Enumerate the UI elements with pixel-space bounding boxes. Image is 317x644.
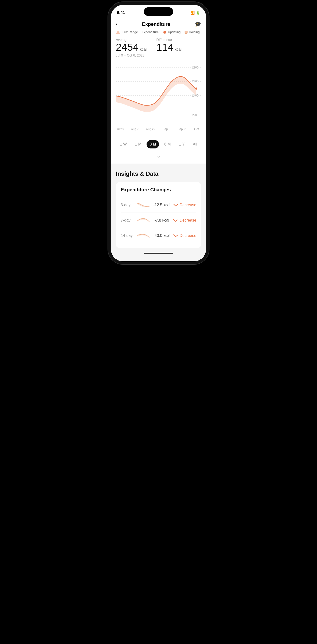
average-label: Average — [116, 38, 146, 42]
expand-chevron[interactable]: ⌄ — [111, 151, 206, 164]
expenditure-label: Expenditure: — [142, 30, 160, 34]
x-label-4: Sep 6 — [163, 128, 170, 131]
page-title: Expenditure — [142, 22, 170, 27]
status-icons: 📶 🔋 — [190, 11, 200, 15]
chart-x-labels: Jul 23 Aug 7 Aug 22 Sep 6 Sep 21 Oct 6 — [116, 126, 201, 131]
svg-text:2200: 2200 — [192, 114, 198, 116]
tab-6m[interactable]: 6 M — [161, 140, 174, 148]
x-label-2: Aug 7 — [131, 128, 138, 131]
education-icon[interactable]: 🎓 — [194, 21, 201, 27]
updating-dot — [164, 31, 166, 34]
chart-container: 2800 2600 2400 2200 Jul 23 Aug 7 Aug 22 … — [111, 62, 206, 135]
direction-14day: Decrease — [173, 233, 196, 238]
expenditure-chart: 2800 2600 2400 2200 — [116, 62, 201, 126]
tab-3m[interactable]: 3 M — [146, 140, 159, 148]
difference-label: Difference — [156, 38, 182, 42]
home-bar — [144, 253, 173, 254]
holding-dot — [184, 31, 188, 34]
sparkline-3day — [136, 201, 150, 209]
tab-1y[interactable]: 1 Y — [176, 140, 188, 148]
decrease-arrow-14day — [173, 233, 178, 238]
phone-frame: 9:41 📶 🔋 ‹ Expenditure 🎓 Flux Range Expe… — [111, 5, 206, 261]
x-label-1: Jul 23 — [116, 128, 124, 131]
value-14day: -43.0 kcal — [151, 234, 173, 238]
status-bar: 9:41 📶 🔋 — [111, 5, 206, 17]
difference-unit: kcal — [174, 47, 182, 52]
date-range: Jul 9 – Oct 6, 2023 — [116, 54, 146, 57]
value-3day: -12.5 kcal — [151, 203, 173, 207]
insights-title: Insights & Data — [116, 170, 201, 177]
period-3day: 3-day — [121, 203, 135, 207]
flux-icon — [116, 30, 120, 34]
average-stat: Average 2454 kcal Jul 9 – Oct 6, 2023 — [116, 38, 146, 57]
expenditure-changes-card: Expenditure Changes 3-day -12.5 kcal Dec… — [116, 182, 201, 248]
svg-text:2600: 2600 — [192, 80, 198, 83]
average-value: 2454 — [116, 42, 138, 53]
tab-1w[interactable]: 1 W — [117, 140, 130, 148]
legend: Flux Range Expenditure: Updating Holding — [111, 30, 206, 38]
change-row-3day: 3-day -12.5 kcal Decrease — [121, 198, 196, 213]
change-row-14day: 14-day -43.0 kcal Decrease — [121, 228, 196, 243]
stats-section: Average 2454 kcal Jul 9 – Oct 6, 2023 Di… — [111, 38, 206, 62]
flux-label: Flux Range — [122, 30, 138, 34]
card-title: Expenditure Changes — [121, 187, 196, 192]
tab-1m[interactable]: 1 M — [132, 140, 144, 148]
direction-7day: Decrease — [173, 218, 196, 223]
decrease-label-14day: Decrease — [180, 234, 196, 238]
average-value-container: 2454 kcal — [116, 42, 146, 52]
decrease-arrow-3day — [173, 202, 178, 208]
time-range-tabs: 1 W 1 M 3 M 6 M 1 Y All — [111, 135, 206, 151]
decrease-label-7day: Decrease — [180, 218, 196, 222]
updating-label: Updating — [168, 30, 180, 34]
decrease-arrow-7day — [173, 218, 178, 223]
back-button[interactable]: ‹ — [116, 21, 118, 27]
difference-value: 114 — [156, 42, 173, 53]
legend-updating: Updating — [164, 30, 180, 34]
insights-section: Insights & Data Expenditure Changes 3-da… — [111, 164, 206, 261]
sparkline-7day — [136, 217, 150, 224]
x-label-3: Aug 22 — [146, 128, 155, 131]
decrease-label-3day: Decrease — [180, 203, 196, 207]
dynamic-island — [144, 7, 173, 16]
average-unit: kcal — [140, 47, 146, 52]
value-7day: -7.8 kcal — [151, 218, 173, 222]
header: ‹ Expenditure 🎓 — [111, 17, 206, 30]
difference-value-container: 114 kcal — [156, 42, 182, 52]
x-label-5: Sep 21 — [178, 128, 187, 131]
legend-expenditure-label: Expenditure: — [142, 30, 160, 34]
period-7day: 7-day — [121, 218, 135, 222]
wifi-icon: 📶 — [190, 11, 194, 15]
svg-point-8 — [195, 88, 197, 90]
x-label-6: Oct 6 — [194, 128, 201, 131]
svg-text:2800: 2800 — [192, 66, 198, 69]
sparkline-14day — [136, 232, 150, 239]
battery-icon: 🔋 — [196, 11, 200, 15]
direction-3day: Decrease — [173, 202, 196, 208]
status-time: 9:41 — [117, 10, 125, 15]
legend-flux: Flux Range — [116, 30, 138, 34]
change-row-7day: 7-day -7.8 kcal Decrease — [121, 213, 196, 228]
home-indicator — [116, 248, 201, 256]
tab-all[interactable]: All — [190, 140, 200, 148]
difference-stat: Difference 114 kcal — [156, 38, 182, 57]
holding-label: Holding — [189, 30, 200, 34]
period-14day: 14-day — [121, 234, 135, 238]
legend-holding: Holding — [184, 30, 200, 34]
